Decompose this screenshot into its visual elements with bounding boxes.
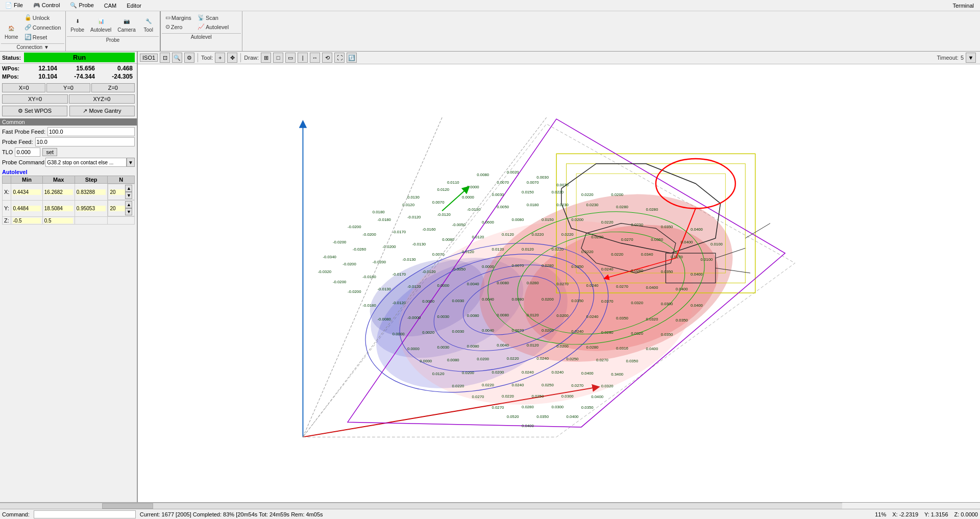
zoom-in-button[interactable]: 🔍 [172, 53, 182, 63]
svg-text:-0.0180: -0.0180 [362, 303, 376, 308]
svg-text:-0.0120: -0.0120 [407, 215, 421, 219]
svg-text:0.0270: 0.0270 [472, 394, 484, 399]
svg-text:0.0400: 0.0400 [646, 285, 658, 290]
viewport-toolbar: ISO1 ⊡ 🔍 ⚙ Tool: + ✥ Draw: ⊞ □ ▭ | ↔ ⟲ ⛶… [138, 52, 980, 64]
margins-button[interactable]: ▭ Margins [163, 13, 194, 22]
settings-button[interactable]: ⚙ [184, 53, 194, 63]
autolevel-y-n-down[interactable]: ▼ [125, 208, 132, 215]
svg-text:-0.0160: -0.0160 [422, 227, 436, 232]
autolevel-x-min[interactable] [13, 189, 40, 195]
svg-text:0.0220: 0.0220 [507, 356, 519, 361]
set-wpos-button[interactable]: ⚙ Set WPOS [2, 106, 67, 116]
svg-text:-0.0200: -0.0200 [342, 262, 356, 266]
horizontal-scrollbar[interactable] [0, 503, 842, 509]
autolevel-y-min[interactable] [13, 206, 40, 211]
probe-buttons: ⬇ Probe 📊 Autolevel 📷 Camera 🔧 Tool [67, 12, 158, 35]
z-zero-button[interactable]: Z=0 [91, 83, 135, 92]
tlo-set-button[interactable]: set [42, 148, 57, 156]
svg-text:0.0270: 0.0270 [621, 237, 633, 242]
autolevel-z-max[interactable] [44, 218, 73, 224]
draw-btn-3[interactable]: ▭ [285, 53, 296, 63]
autolevel-x-n[interactable] [110, 189, 125, 195]
connection-button[interactable]: 🔗 Connection [22, 23, 64, 32]
tool-add-button[interactable]: + [215, 53, 225, 63]
fit-view-button[interactable]: ⊡ [160, 53, 170, 63]
menu-probe[interactable]: 🔍 Probe [67, 1, 96, 10]
x-zero-button[interactable]: X=0 [2, 83, 45, 92]
svg-text:0.0320: 0.0320 [646, 317, 658, 322]
svg-text:-0.0200: -0.0200 [333, 280, 347, 284]
autolevel-z-min[interactable] [13, 218, 40, 224]
y-zero-button[interactable]: Y=0 [46, 83, 90, 92]
draw-btn-4[interactable]: | [298, 53, 308, 63]
home-button[interactable]: 🏠 Home [2, 20, 21, 41]
menu-control[interactable]: 🎮 Control [30, 1, 63, 10]
toolbar-separator-1 [198, 53, 198, 62]
toolbar-area: 📄 File 🎮 Control 🔍 Probe CAM Editor Term… [0, 0, 980, 52]
draw-btn-8[interactable]: 🔃 [347, 53, 357, 63]
fast-probe-feed-input[interactable] [47, 127, 135, 136]
zero-margins-button[interactable]: ⊙ Zero [163, 22, 194, 31]
svg-text:0.0080: 0.0080 [497, 281, 509, 285]
tool-move-button[interactable]: ✥ [227, 53, 237, 63]
svg-text:0.0000: 0.0000 [482, 264, 494, 269]
svg-text:0.0520: 0.0520 [507, 414, 519, 419]
autolevel-toolbar-button[interactable]: 📈 Autolevel [195, 22, 231, 31]
menu-file[interactable]: 📄 File [2, 1, 26, 10]
svg-text:0.0040: 0.0040 [482, 297, 494, 302]
coord-display: 11% X: -2.2319 Y: 1.3156 Z: 0.0000 [875, 511, 978, 517]
reset-icon: 🔄 [24, 34, 32, 40]
autolevel-x-max[interactable] [44, 189, 73, 195]
connection-icon: 🔗 [24, 24, 32, 31]
svg-text:0.0320: 0.0320 [631, 331, 643, 336]
svg-text:0.0400: 0.0400 [676, 287, 688, 291]
probe-feed-input[interactable] [35, 137, 135, 146]
autolevel-y-step[interactable] [77, 206, 106, 211]
autolevel-x-n-up[interactable]: ▲ [125, 185, 132, 192]
probe-section: ⬇ Probe 📊 Autolevel 📷 Camera 🔧 Tool [66, 11, 160, 51]
unlock-button[interactable]: 🔓 Unlock [22, 13, 64, 22]
probe-command-arrow[interactable]: ▼ [127, 158, 135, 167]
draw-btn-5[interactable]: ↔ [310, 53, 320, 63]
menu-cam[interactable]: CAM [101, 2, 119, 10]
svg-text:0.0350: 0.0350 [571, 299, 583, 303]
reset-button[interactable]: 🔄 Reset [22, 33, 64, 41]
canvas-area[interactable]: 0.0110 0.0080 0.0020 0.0030 0.0130 0.012… [138, 64, 980, 502]
probe-button[interactable]: ⬇ Probe [68, 13, 87, 34]
tool-button[interactable]: 🔧 Tool [139, 13, 158, 34]
svg-text:0.0080: 0.0080 [511, 217, 524, 222]
draw-btn-2[interactable]: □ [273, 53, 283, 63]
action-buttons: ⚙ Set WPOS ↗ Move Gantry [0, 105, 137, 117]
draw-btn-6[interactable]: ⟲ [322, 53, 332, 63]
svg-text:0.0280: 0.0280 [527, 281, 539, 285]
scan-button[interactable]: 📡 Scan [195, 13, 231, 22]
command-input[interactable] [34, 510, 136, 518]
autolevel-y-n-up[interactable]: ▲ [125, 201, 132, 208]
connection-section-label[interactable]: Connection ▼ [1, 43, 64, 50]
iso1-button[interactable]: ISO1 [140, 54, 158, 62]
svg-text:0.0080: 0.0080 [447, 358, 459, 362]
draw-btn-7[interactable]: ⛶ [334, 53, 345, 63]
probe-command-input[interactable] [45, 158, 127, 167]
xyz-zero-button[interactable]: XYZ=0 [69, 94, 135, 104]
draw-btn-1[interactable]: ⊞ [261, 53, 271, 63]
autolevel-section-header[interactable]: Autolevel [2, 168, 135, 176]
svg-text:0.0240: 0.0240 [551, 370, 564, 375]
xy-zero-button[interactable]: XY=0 [2, 94, 68, 104]
menu-editor[interactable]: Editor [124, 2, 144, 10]
autolevel-y-max[interactable] [44, 206, 73, 211]
camera-button[interactable]: 📷 Camera [115, 13, 138, 34]
autolevel-x-n-down[interactable]: ▼ [125, 192, 132, 199]
zero-margins-label: Zero [171, 24, 183, 30]
move-gantry-button[interactable]: ↗ Move Gantry [69, 106, 135, 116]
tlo-input[interactable] [15, 147, 40, 157]
svg-text:0.0070: 0.0070 [511, 328, 524, 333]
svg-text:0.0120: 0.0120 [522, 247, 534, 252]
autolevel-button[interactable]: 📊 Autolevel [88, 13, 114, 34]
autolevel-y-n[interactable] [110, 206, 125, 211]
timeout-dropdown-button[interactable]: ▼ [966, 53, 976, 63]
svg-text:0.0280: 0.0280 [646, 207, 658, 212]
tool-label: Tool: [201, 55, 213, 61]
autolevel-x-step[interactable] [77, 189, 106, 195]
svg-text:0.0230: 0.0230 [586, 203, 599, 207]
